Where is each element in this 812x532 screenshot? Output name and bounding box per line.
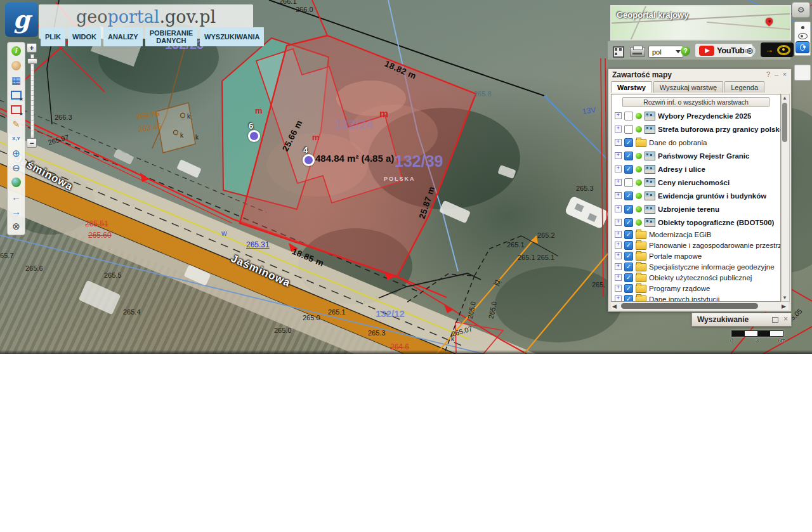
settings-gear-icon[interactable]: ⚙ — [792, 2, 810, 18]
info-icon[interactable]: i — [10, 44, 23, 58]
menu-wyszukiwania[interactable]: WYSZUKIWANIA — [200, 27, 264, 46]
expand-plus-icon[interactable]: + — [615, 192, 622, 199]
layer-checkbox[interactable]: ✓ — [624, 218, 633, 227]
layer-label[interactable]: Wybory Prezydenckie 2025 — [658, 112, 751, 120]
tab-wyszukaj-warstwe[interactable]: Wyszukaj warstwę — [653, 81, 723, 93]
full-extent-icon[interactable] — [10, 176, 23, 189]
contrast-toggle[interactable]: → — [761, 42, 794, 57]
panel-help-icon[interactable]: ? — [764, 70, 772, 78]
layer-checkbox[interactable]: ✓ — [624, 273, 633, 282]
expand-plus-icon[interactable]: + — [615, 165, 622, 172]
expand-plus-icon[interactable]: + — [615, 285, 622, 292]
layer-label[interactable]: Adresy i ulice — [658, 165, 705, 173]
menu-widok[interactable]: WIDOK — [68, 27, 101, 46]
previous-view-icon[interactable]: ← — [10, 190, 23, 204]
expand-plus-icon[interactable]: + — [615, 252, 622, 259]
layer-label[interactable]: Dane innych instytucji — [649, 295, 719, 302]
attribute-table-icon[interactable]: ▦ — [10, 74, 23, 87]
panel-close-icon[interactable]: × — [781, 70, 789, 78]
layer-label[interactable]: Dane do pobrania — [649, 139, 707, 146]
layer-label[interactable]: Programy rządowe — [649, 285, 710, 292]
layer-checkbox[interactable]: ✓ — [624, 230, 633, 239]
vertical-scrollbar[interactable]: ▲ ▼ — [781, 94, 790, 302]
eye-icon[interactable] — [798, 33, 808, 39]
layer-label[interactable]: Obiekty użyteczności publicznej — [649, 274, 752, 282]
panel-minimize-icon[interactable]: – — [773, 70, 780, 78]
layer-label[interactable]: Modernizacja EGiB — [649, 231, 711, 238]
zoom-slider-handle[interactable] — [27, 58, 37, 64]
layer-label[interactable]: Obiekty topograficzne (BDOT500) — [658, 219, 774, 226]
zoom-slider-track[interactable] — [30, 54, 34, 138]
horizontal-scrollbar[interactable]: ◀ ▶ — [611, 302, 789, 310]
panel-restore-icon[interactable] — [772, 317, 778, 323]
next-view-icon[interactable]: → — [10, 205, 23, 218]
zoom-out-icon[interactable]: ⊖ — [10, 161, 23, 174]
zoom-slider-plus[interactable]: + — [27, 43, 37, 53]
layer-checkbox[interactable]: ✓ — [624, 205, 633, 214]
layer-label[interactable]: Państwowy Rejestr Granic — [658, 152, 749, 160]
menu-plik[interactable]: PLIK — [41, 27, 65, 46]
expand-plus-icon[interactable]: + — [615, 295, 622, 302]
zoom-slider-minus[interactable]: − — [27, 138, 37, 148]
language-select[interactable]: pol — [648, 46, 683, 58]
clear-selection-icon[interactable]: ⊗ — [10, 219, 23, 233]
layer-label[interactable]: Specjalistyczne informacje geodezyjne — [649, 263, 775, 271]
dot-icon[interactable] — [801, 26, 804, 29]
locate-icon[interactable] — [10, 59, 23, 72]
horizontal-scroll-thumb[interactable] — [621, 303, 758, 309]
scroll-left-icon[interactable]: ◀ — [612, 303, 617, 309]
layer-checkbox[interactable]: ✓ — [624, 252, 633, 261]
layer-checkbox[interactable]: ✓ — [624, 191, 633, 200]
expand-plus-icon[interactable]: + — [615, 231, 622, 238]
expand-plus-icon[interactable]: + — [615, 112, 622, 119]
layer-label[interactable]: Strefa buforowa przy granicy polsko-biał… — [658, 126, 780, 133]
layer-label[interactable]: Ceny nieruchomości — [658, 179, 730, 186]
layer-checkbox[interactable]: ✓ — [624, 295, 633, 302]
expand-plus-icon[interactable]: + — [615, 205, 622, 212]
expand-plus-icon[interactable]: + — [615, 126, 622, 133]
visibility-toggle-button[interactable] — [796, 41, 809, 53]
expand-plus-icon[interactable]: + — [615, 263, 622, 270]
expand-plus-icon[interactable]: + — [615, 152, 622, 159]
layer-checkbox[interactable]: ✓ — [624, 284, 633, 293]
expand-plus-icon[interactable]: + — [615, 274, 622, 281]
layer-checkbox[interactable]: ✓ — [624, 178, 633, 187]
expand-plus-icon[interactable]: + — [615, 139, 622, 146]
layer-label[interactable]: Planowanie i zagospodarowanie przestrzen… — [649, 242, 780, 249]
zoom-in-icon[interactable]: ⊕ — [10, 146, 23, 160]
tab-warstwy[interactable]: Warstwy — [611, 81, 652, 93]
menu-pobieranie-danych[interactable]: POBIERANIE DANYCH — [145, 27, 197, 46]
expand-plus-icon[interactable]: + — [615, 242, 622, 249]
layer-label[interactable]: Portale mapowe — [649, 252, 702, 260]
right-extra-button[interactable] — [794, 65, 811, 81]
xy-coordinates-icon[interactable]: X,Y — [10, 132, 23, 145]
select-area-blue-icon[interactable] — [10, 88, 23, 101]
expand-plus-icon[interactable]: + — [615, 179, 622, 186]
layer-checkbox[interactable]: ✓ — [624, 112, 633, 120]
scroll-right-icon[interactable]: ▶ — [782, 303, 786, 309]
scroll-up-icon[interactable]: ▲ — [782, 95, 787, 101]
qr-code-icon[interactable] — [613, 46, 624, 58]
layer-checkbox[interactable]: ✓ — [624, 241, 633, 250]
vertical-scroll-thumb[interactable] — [782, 103, 787, 142]
geoportal-logo[interactable]: g — [5, 3, 38, 37]
draw-measure-icon[interactable]: ✎ — [10, 117, 23, 131]
layer-checkbox[interactable]: ✓ — [624, 152, 633, 160]
layer-checkbox[interactable]: ✓ — [624, 263, 633, 271]
help-icon[interactable]: ? — [681, 46, 690, 56]
layer-label[interactable]: Ewidencja gruntów i budynków — [658, 192, 766, 200]
accessibility-info-icon[interactable]: ⊛ — [744, 45, 756, 56]
panel-close-icon[interactable]: × — [783, 315, 788, 323]
layer-checkbox[interactable]: ✓ — [624, 138, 633, 147]
expand-all-layers-button[interactable]: Rozwiń inf. o wszystkich warstwach — [622, 97, 769, 107]
print-icon[interactable] — [630, 47, 645, 57]
expand-plus-icon[interactable]: + — [615, 219, 622, 226]
tab-legenda[interactable]: Legenda — [724, 81, 764, 93]
layer-checkbox[interactable]: ✓ — [624, 125, 633, 134]
layer-checkbox[interactable]: ✓ — [624, 165, 633, 174]
overview-map[interactable]: Geoportal krajowy — [610, 5, 791, 41]
menu-analizy[interactable]: ANALIZY — [103, 27, 143, 46]
scroll-down-icon[interactable]: ▼ — [782, 295, 787, 301]
select-area-red-icon[interactable] — [10, 103, 23, 116]
layer-label[interactable]: Uzbrojenie terenu — [658, 205, 719, 213]
